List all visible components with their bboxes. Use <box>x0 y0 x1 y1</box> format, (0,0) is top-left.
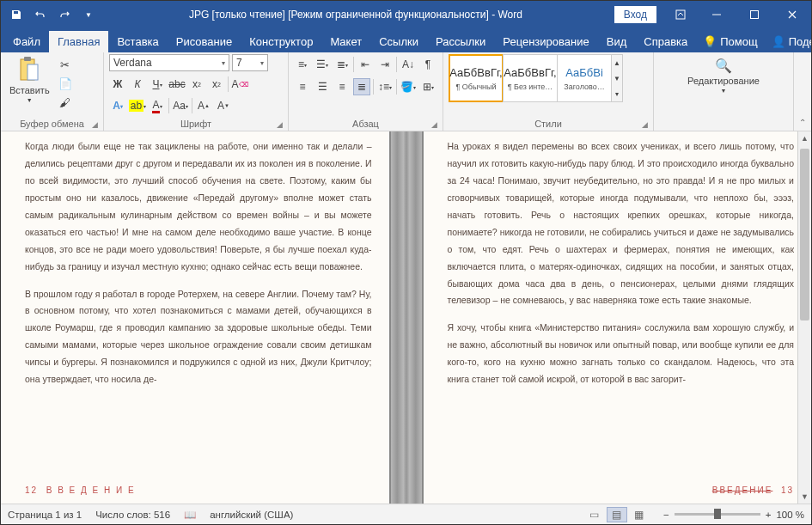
status-page[interactable]: Страница 1 из 1 <box>8 510 82 520</box>
numbering-button[interactable]: ☰▾ <box>314 56 331 73</box>
tab-design[interactable]: Конструктор <box>241 31 321 52</box>
font-color-button[interactable]: A▾ <box>149 97 166 114</box>
line-spacing-button[interactable]: ↕≡▾ <box>376 78 394 95</box>
tab-help[interactable]: Справка <box>635 31 696 52</box>
clear-formatting-button[interactable]: A⌫ <box>231 76 248 93</box>
undo-icon[interactable] <box>30 4 51 25</box>
svg-rect-4 <box>24 57 31 61</box>
style-no-spacing[interactable]: АаБбВвГг,¶ Без инте… <box>503 54 558 102</box>
sign-in-button[interactable]: Вход <box>614 6 656 23</box>
bold-button[interactable]: Ж <box>109 76 126 93</box>
increase-indent-button[interactable]: ⇥ <box>376 56 394 73</box>
paragraph-dialog-launcher[interactable]: ◢ <box>431 120 437 129</box>
read-mode-button[interactable]: ▭ <box>584 507 605 522</box>
tab-draw[interactable]: Рисование <box>168 31 241 52</box>
status-language[interactable]: английский (США) <box>210 510 293 520</box>
tab-home[interactable]: Главная <box>49 31 108 52</box>
svg-rect-2 <box>751 11 759 19</box>
maximize-button[interactable] <box>736 1 773 28</box>
bullets-button[interactable]: ≡▾ <box>294 56 311 73</box>
tab-view[interactable]: Вид <box>598 31 636 52</box>
highlight-button[interactable]: ab▾ <box>129 97 146 114</box>
underline-button[interactable]: Ч▾ <box>149 76 166 93</box>
styles-expand[interactable]: ▾ <box>612 86 622 101</box>
format-painter-icon[interactable]: 🖌 <box>57 94 74 111</box>
tab-file[interactable]: Файл <box>4 31 49 52</box>
close-button[interactable] <box>773 1 811 28</box>
page-gutter <box>389 131 424 504</box>
zoom-slider[interactable] <box>675 513 760 516</box>
align-right-button[interactable]: ≡ <box>333 78 351 95</box>
grow-font-button[interactable]: A▲ <box>195 97 212 114</box>
zoom-out-button[interactable]: − <box>663 510 669 520</box>
scroll-down-arrow[interactable]: ▼ <box>798 490 811 504</box>
scrollbar-thumb[interactable] <box>800 149 809 320</box>
tab-mailings[interactable]: Рассылки <box>427 31 494 52</box>
status-bar: Страница 1 из 1 Число слов: 516 📖 англий… <box>1 504 811 524</box>
tab-references[interactable]: Ссылки <box>370 31 427 52</box>
page-left[interactable]: Когда люди были еще не так зациклены на … <box>1 131 389 504</box>
scroll-up-arrow[interactable]: ▲ <box>798 131 811 145</box>
tab-insert[interactable]: Вставка <box>108 31 167 52</box>
font-size-combo[interactable]: 7▾ <box>232 54 268 71</box>
view-buttons: ▭ ▤ ▦ <box>584 507 650 522</box>
decrease-indent-button[interactable]: ⇤ <box>357 56 374 73</box>
minimize-button[interactable] <box>698 1 736 28</box>
group-paragraph: ≡▾ ☰▾ ≣▾ ⇤ ⇥ A↓ ¶ ≡ ☰ ≡ ≣ ↕≡▾ 🪣▾ ⊞▾ <box>289 52 443 131</box>
tab-review[interactable]: Рецензирование <box>494 31 597 52</box>
tab-layout[interactable]: Макет <box>321 31 370 52</box>
save-icon[interactable] <box>6 4 27 25</box>
redo-icon[interactable] <box>54 4 75 25</box>
style-normal[interactable]: АаБбВвГг,¶ Обычный <box>449 54 504 102</box>
proofing-icon[interactable]: 📖 <box>184 509 196 521</box>
borders-button[interactable]: ⊞▾ <box>419 78 437 95</box>
ribbon-options-icon[interactable] <box>663 9 698 20</box>
window-title: JPG [только чтение] [Режим ограниченной … <box>104 9 607 21</box>
strikethrough-button[interactable]: abc <box>168 76 186 93</box>
share-button[interactable]: 👤Поделиться <box>765 31 812 52</box>
lightbulb-icon: 💡 <box>703 35 717 48</box>
font-name-combo[interactable]: Verdana▾ <box>109 54 229 71</box>
styles-dialog-launcher[interactable]: ◢ <box>642 120 648 129</box>
print-layout-button[interactable]: ▤ <box>607 507 627 522</box>
body-text: Когда люди были еще не так зациклены на … <box>25 138 372 276</box>
shading-button[interactable]: 🪣▾ <box>400 78 417 95</box>
align-center-button[interactable]: ☰ <box>314 78 331 95</box>
styles-scroll-down[interactable]: ▼ <box>612 70 622 86</box>
styles-scroll-up[interactable]: ▲ <box>612 55 622 70</box>
group-font: Verdana▾ 7▾ Ж К Ч▾ abc x2 x2 A⌫ A▾ ab▾ A… <box>104 52 289 131</box>
zoom-control: − + 100 % <box>663 510 804 520</box>
show-marks-button[interactable]: ¶ <box>419 56 437 73</box>
editing-button[interactable]: 🔍 Редактирование ▼ <box>681 54 766 97</box>
body-text: На уроках я видел перемены во всех своих… <box>448 138 795 309</box>
zoom-level[interactable]: 100 % <box>776 510 804 520</box>
subscript-button[interactable]: x2 <box>188 76 205 93</box>
shrink-font-button[interactable]: A▼ <box>215 97 232 114</box>
sort-button[interactable]: A↓ <box>400 56 417 73</box>
group-styles: АаБбВвГг,¶ Обычный АаБбВвГг,¶ Без инте… … <box>443 52 654 131</box>
copy-icon[interactable]: 📄 <box>57 75 74 92</box>
page-right[interactable]: На уроках я видел перемены во всех своих… <box>424 131 812 504</box>
zoom-in-button[interactable]: + <box>766 510 772 520</box>
italic-button[interactable]: К <box>129 76 146 93</box>
clipboard-dialog-launcher[interactable]: ◢ <box>92 120 98 129</box>
paste-button[interactable]: Вставить ▼ <box>6 54 53 105</box>
web-layout-button[interactable]: ▦ <box>629 507 650 522</box>
change-case-button[interactable]: Aa▾ <box>172 97 189 114</box>
multilevel-button[interactable]: ≣▾ <box>333 56 351 73</box>
collapse-ribbon-icon[interactable]: ⌃ <box>799 118 806 127</box>
superscript-button[interactable]: x2 <box>208 76 225 93</box>
title-bar: ▼ JPG [только чтение] [Режим ограниченно… <box>1 1 811 28</box>
align-left-button[interactable]: ≡ <box>294 78 311 95</box>
text-effects-button[interactable]: A▾ <box>109 97 126 114</box>
justify-button[interactable]: ≣ <box>353 78 370 95</box>
font-dialog-launcher[interactable]: ◢ <box>277 120 283 129</box>
status-word-count[interactable]: Число слов: 516 <box>95 510 170 520</box>
group-editing: 🔍 Редактирование ▼ <box>654 52 794 131</box>
style-heading1[interactable]: АаБбВіЗаголово… <box>557 54 612 102</box>
ribbon-tabs: Файл Главная Вставка Рисование Конструкт… <box>1 28 811 52</box>
cut-icon[interactable]: ✂ <box>57 56 74 73</box>
tell-me-button[interactable]: 💡Помощ <box>696 31 764 52</box>
qat-dropdown-icon[interactable]: ▼ <box>78 4 99 25</box>
vertical-scrollbar[interactable]: ▲ ▼ <box>797 131 811 504</box>
